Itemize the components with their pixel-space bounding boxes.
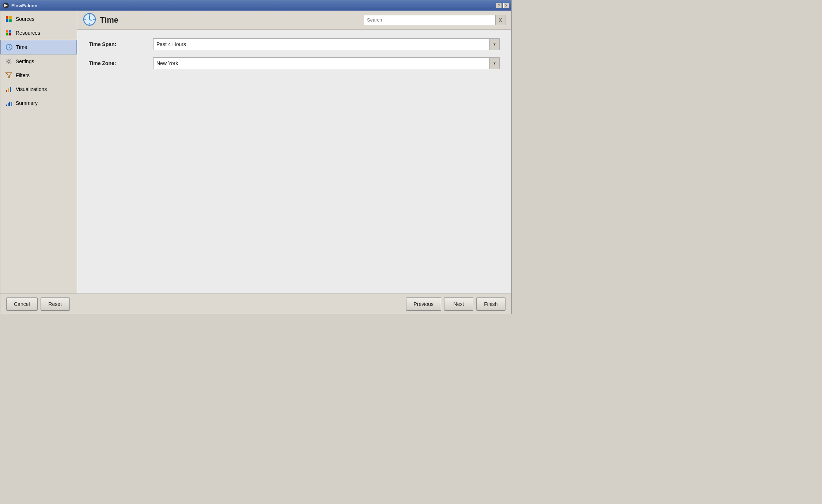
app-title: FlowFalcon [11, 3, 38, 8]
time-span-select-container: Past 4 Hours Past 1 Hour Past 8 Hours Pa… [153, 38, 500, 50]
visualizations-icon [5, 85, 13, 93]
svg-rect-20 [10, 87, 11, 92]
content-body: Time Span: Past 4 Hours Past 1 Hour Past… [77, 30, 511, 293]
time-zone-select[interactable]: New York Los Angeles Chicago London Pari… [153, 57, 500, 69]
title-bar: FlowFalcon ? X [0, 0, 511, 11]
svg-rect-5 [9, 19, 12, 22]
sidebar-item-filters[interactable]: Filters [0, 68, 77, 82]
title-bar-controls: ? X [496, 3, 509, 8]
time-icon [5, 43, 13, 51]
close-button[interactable]: X [503, 3, 509, 8]
sidebar-label-settings: Settings [16, 58, 34, 64]
svg-rect-21 [6, 105, 7, 106]
filters-icon [5, 71, 13, 79]
previous-button[interactable]: Previous [406, 298, 441, 311]
summary-icon [5, 99, 13, 107]
main-content: Sources Resources [0, 11, 511, 293]
sidebar-label-filters: Filters [16, 72, 30, 78]
sidebar-label-sources: Sources [16, 16, 34, 22]
sidebar-item-summary[interactable]: Summary [0, 96, 77, 110]
sidebar: Sources Resources [0, 11, 77, 293]
page-title: Time [100, 15, 118, 25]
finish-button[interactable]: Finish [476, 298, 505, 311]
footer-right: Previous Next Finish [406, 298, 505, 311]
sidebar-item-sources[interactable]: Sources [0, 12, 77, 26]
sidebar-label-resources: Resources [16, 30, 40, 36]
app-logo [3, 2, 9, 9]
search-input[interactable] [364, 15, 495, 25]
time-zone-select-container: New York Los Angeles Chicago London Pari… [153, 57, 500, 69]
sidebar-item-visualizations[interactable]: Visualizations [0, 82, 77, 96]
content-header: Time X [77, 11, 511, 30]
sidebar-label-time: Time [16, 44, 27, 50]
sidebar-label-summary: Summary [16, 100, 38, 106]
sidebar-item-resources[interactable]: Resources [0, 26, 77, 40]
time-zone-row: Time Zone: New York Los Angeles Chicago … [89, 57, 500, 69]
footer: Cancel Reset Previous Next Finish [0, 293, 511, 314]
next-button[interactable]: Next [444, 298, 473, 311]
help-button[interactable]: ? [496, 3, 502, 8]
content-header-left: Time [83, 13, 118, 27]
time-span-row: Time Span: Past 4 Hours Past 1 Hour Past… [89, 38, 500, 50]
time-span-select[interactable]: Past 4 Hours Past 1 Hour Past 8 Hours Pa… [153, 38, 500, 50]
title-bar-left: FlowFalcon [3, 2, 38, 9]
svg-rect-24 [11, 102, 12, 106]
svg-rect-9 [9, 33, 11, 35]
resources-icon [5, 29, 13, 37]
svg-rect-23 [9, 102, 10, 106]
svg-rect-19 [8, 88, 9, 92]
svg-rect-18 [6, 90, 7, 92]
search-clear-button[interactable]: X [495, 15, 505, 25]
svg-rect-4 [6, 19, 8, 22]
sources-icon [5, 15, 13, 23]
svg-point-29 [89, 19, 90, 20]
main-window: FlowFalcon ? X Sources [0, 0, 512, 314]
time-zone-label: Time Zone: [89, 60, 147, 66]
time-span-label: Time Span: [89, 41, 147, 47]
content-panel: Time X Time Span: Past 4 Hours Past 1 Ho… [77, 11, 511, 293]
svg-point-14 [8, 60, 10, 62]
svg-rect-3 [9, 16, 12, 19]
settings-icon [5, 57, 13, 65]
svg-rect-2 [6, 16, 8, 19]
svg-rect-7 [9, 30, 11, 33]
search-container: X [364, 15, 505, 25]
svg-point-17 [8, 76, 10, 77]
page-icon [83, 13, 96, 27]
sidebar-label-visualizations: Visualizations [16, 86, 47, 92]
reset-button[interactable]: Reset [41, 298, 70, 311]
sidebar-item-time[interactable]: Time [0, 40, 77, 54]
svg-point-13 [9, 47, 10, 48]
svg-rect-8 [6, 33, 8, 35]
svg-rect-22 [8, 103, 9, 106]
cancel-button[interactable]: Cancel [6, 298, 38, 311]
footer-left: Cancel Reset [6, 298, 70, 311]
sidebar-item-settings[interactable]: Settings [0, 54, 77, 68]
svg-rect-6 [6, 30, 8, 33]
